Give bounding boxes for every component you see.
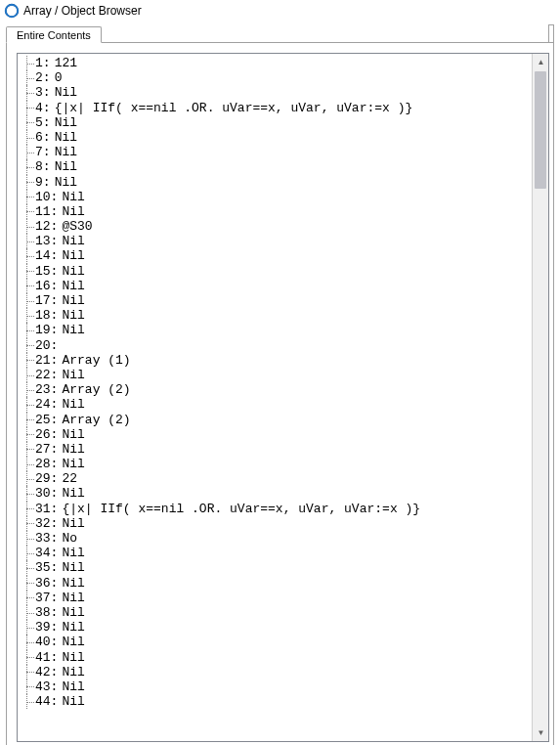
tree-row[interactable]: 21:Array (1) [18, 353, 532, 368]
tree-row-value: Nil [59, 248, 84, 263]
tree-row-value: Nil [59, 190, 84, 204]
tree-row[interactable]: 27:Nil [18, 442, 532, 457]
tree-viewport: 1:1212:03:Nil4:{|x| IIf( x==nil .OR. uVa… [17, 53, 549, 742]
tree-row[interactable]: 39:Nil [18, 620, 532, 635]
scroll-thumb[interactable] [535, 71, 546, 189]
tree-row[interactable]: 35:Nil [18, 560, 532, 575]
tree-row-value: Nil [52, 85, 77, 100]
tree-row-value: Nil [52, 145, 77, 159]
tree-row[interactable]: 17:Nil [18, 293, 532, 308]
tree-connector-icon [18, 620, 35, 635]
tree-row[interactable]: 8:Nil [18, 159, 532, 174]
tree-row[interactable]: 18:Nil [18, 308, 532, 323]
tree-row[interactable]: 20: [18, 338, 532, 353]
tree-row[interactable]: 32:Nil [18, 516, 532, 531]
tree-row-separator: : [51, 323, 60, 337]
tree-row-value: Nil [59, 234, 84, 248]
tree-row-value: Array (2) [59, 382, 130, 397]
tree-row-value: Nil [59, 679, 84, 694]
tree-row[interactable]: 3:Nil [18, 85, 532, 100]
tab-bar: Entire Contents [6, 23, 554, 43]
tree-row-value: Nil [59, 486, 84, 501]
tree-row[interactable]: 44:Nil [18, 694, 532, 709]
tree-connector-icon [18, 502, 35, 516]
tree-row-value: Nil [59, 560, 84, 575]
tree-row[interactable]: 40:Nil [18, 635, 532, 649]
tree-connector-icon [18, 56, 35, 70]
tree-row-separator: : [43, 145, 52, 159]
scroll-down-button[interactable]: ▼ [533, 724, 549, 741]
tree-connector-icon [18, 471, 35, 486]
tree-row-separator: : [51, 279, 60, 293]
tree-row-index: 24 [35, 397, 51, 412]
tree-row[interactable]: 12:@S30 [18, 219, 532, 234]
tree-row[interactable]: 7:Nil [18, 145, 532, 159]
vertical-scrollbar[interactable]: ▲ ▼ [532, 54, 548, 741]
tree-row[interactable]: 1:121 [18, 56, 532, 70]
tree-row[interactable]: 5:Nil [18, 115, 532, 130]
tree-row-value: Nil [59, 665, 84, 679]
tree-row-value: Nil [59, 279, 84, 293]
tree-row[interactable]: 26:Nil [18, 427, 532, 442]
tree-row-value: Nil [52, 175, 77, 190]
tree-row[interactable]: 25:Array (2) [18, 413, 532, 427]
tree-row-separator: : [51, 293, 60, 308]
tree-row[interactable]: 22:Nil [18, 368, 532, 382]
tree-row[interactable]: 42:Nil [18, 665, 532, 679]
tree-row[interactable]: 4:{|x| IIf( x==nil .OR. uVar==x, uVar, u… [18, 101, 532, 115]
tree-row[interactable]: 2:0 [18, 70, 532, 85]
tree-row[interactable]: 19:Nil [18, 323, 532, 337]
tree-row[interactable]: 9:Nil [18, 175, 532, 190]
tree-row-index: 4 [35, 101, 43, 115]
tree-row[interactable]: 33:No [18, 531, 532, 546]
tab-entire-contents[interactable]: Entire Contents [6, 26, 102, 43]
tree-row[interactable]: 13:Nil [18, 234, 532, 248]
tree-row-value: Nil [59, 650, 84, 665]
tree-row[interactable]: 15:Nil [18, 264, 532, 279]
tree-row-index: 17 [35, 293, 51, 308]
tree-row[interactable]: 14:Nil [18, 248, 532, 263]
tree-row[interactable]: 30:Nil [18, 486, 532, 501]
tree-row-index: 26 [35, 427, 51, 442]
tree-row[interactable]: 31:{|x| IIf( x==nil .OR. uVar==x, uVar, … [18, 502, 532, 516]
tree-row[interactable]: 10:Nil [18, 190, 532, 204]
tree-row-separator: : [43, 159, 52, 174]
tree-connector-icon [18, 234, 35, 248]
tab-panel: 1:1212:03:Nil4:{|x| IIf( x==nil .OR. uVa… [6, 43, 554, 745]
tree-row[interactable]: 23:Array (2) [18, 382, 532, 397]
tree-row[interactable]: 28:Nil [18, 457, 532, 471]
tree-row[interactable]: 11:Nil [18, 204, 532, 219]
tree-row-value: Nil [59, 397, 84, 412]
tree-connector-icon [18, 516, 35, 531]
tree-row[interactable]: 16:Nil [18, 279, 532, 293]
tree-row-separator: : [51, 219, 60, 234]
tree-row-index: 9 [35, 175, 43, 190]
tree-row-value: Array (1) [59, 353, 130, 368]
tree-row[interactable]: 36:Nil [18, 576, 532, 591]
tree-row-index: 22 [35, 368, 51, 382]
tree-content[interactable]: 1:1212:03:Nil4:{|x| IIf( x==nil .OR. uVa… [18, 54, 532, 741]
tree-row-value: Nil [59, 204, 84, 219]
tree-row-separator: : [51, 368, 60, 382]
tree-row[interactable]: 29:22 [18, 471, 532, 486]
scroll-up-button[interactable]: ▲ [533, 54, 549, 70]
tree-row-separator: : [51, 620, 60, 635]
tree-row-index: 21 [35, 353, 51, 368]
tree-row-separator: : [51, 679, 60, 694]
tree-row-value: Nil [59, 442, 84, 457]
svg-point-1 [6, 5, 18, 17]
tree-row-separator: : [43, 70, 52, 85]
tree-row-separator: : [51, 308, 60, 323]
tree-row-separator: : [43, 56, 52, 70]
tree-row[interactable]: 24:Nil [18, 397, 532, 412]
tree-row[interactable]: 38:Nil [18, 605, 532, 620]
tree-row[interactable]: 41:Nil [18, 650, 532, 665]
tree-row-separator: : [51, 413, 60, 427]
tree-row-index: 25 [35, 413, 51, 427]
tree-row-value: {|x| IIf( x==nil .OR. uVar==x, uVar, uVa… [59, 502, 420, 516]
tree-row[interactable]: 37:Nil [18, 591, 532, 605]
tree-row[interactable]: 6:Nil [18, 130, 532, 145]
tree-row[interactable]: 43:Nil [18, 679, 532, 694]
tree-row-separator: : [51, 190, 60, 204]
tree-row[interactable]: 34:Nil [18, 546, 532, 560]
